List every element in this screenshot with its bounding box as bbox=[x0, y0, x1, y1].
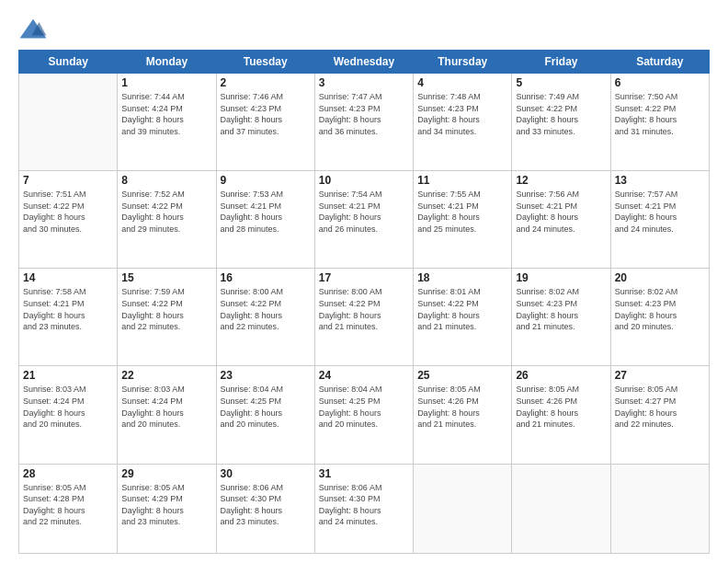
day-number: 1 bbox=[121, 76, 211, 89]
day-number: 22 bbox=[121, 369, 211, 382]
weekday-header-tuesday: Tuesday bbox=[216, 51, 314, 74]
day-number: 11 bbox=[417, 174, 507, 187]
day-info: Sunrise: 7:46 AM Sunset: 4:23 PM Dayligh… bbox=[221, 91, 311, 137]
calendar-cell: 8Sunrise: 7:52 AM Sunset: 4:22 PM Daylig… bbox=[118, 171, 216, 269]
day-info: Sunrise: 8:06 AM Sunset: 4:30 PM Dayligh… bbox=[319, 482, 409, 528]
calendar-cell bbox=[512, 464, 610, 553]
day-info: Sunrise: 8:03 AM Sunset: 4:24 PM Dayligh… bbox=[121, 384, 211, 430]
day-number: 8 bbox=[121, 174, 211, 187]
logo-icon bbox=[18, 17, 48, 42]
calendar-cell: 19Sunrise: 8:02 AM Sunset: 4:23 PM Dayli… bbox=[512, 269, 610, 366]
calendar-cell bbox=[19, 74, 118, 171]
calendar-cell: 9Sunrise: 7:53 AM Sunset: 4:21 PM Daylig… bbox=[216, 171, 314, 269]
weekday-header-wednesday: Wednesday bbox=[314, 51, 413, 74]
header bbox=[18, 17, 710, 42]
day-number: 30 bbox=[221, 467, 311, 480]
calendar-cell: 21Sunrise: 8:03 AM Sunset: 4:24 PM Dayli… bbox=[19, 366, 118, 464]
calendar-cell: 5Sunrise: 7:49 AM Sunset: 4:22 PM Daylig… bbox=[512, 74, 610, 171]
day-number: 10 bbox=[319, 174, 409, 187]
day-info: Sunrise: 8:05 AM Sunset: 4:26 PM Dayligh… bbox=[417, 384, 507, 430]
calendar-cell: 10Sunrise: 7:54 AM Sunset: 4:21 PM Dayli… bbox=[314, 171, 413, 269]
calendar-cell: 13Sunrise: 7:57 AM Sunset: 4:21 PM Dayli… bbox=[610, 171, 709, 269]
day-info: Sunrise: 8:00 AM Sunset: 4:22 PM Dayligh… bbox=[319, 286, 409, 332]
day-number: 3 bbox=[319, 76, 409, 89]
day-info: Sunrise: 8:03 AM Sunset: 4:24 PM Dayligh… bbox=[23, 384, 113, 430]
day-number: 9 bbox=[221, 174, 311, 187]
calendar-cell bbox=[414, 464, 512, 553]
week-row-4: 21Sunrise: 8:03 AM Sunset: 4:24 PM Dayli… bbox=[19, 366, 710, 464]
calendar-cell: 29Sunrise: 8:05 AM Sunset: 4:29 PM Dayli… bbox=[118, 464, 216, 553]
day-info: Sunrise: 7:51 AM Sunset: 4:22 PM Dayligh… bbox=[23, 189, 113, 235]
calendar-cell: 18Sunrise: 8:01 AM Sunset: 4:22 PM Dayli… bbox=[414, 269, 512, 366]
day-number: 19 bbox=[516, 271, 606, 284]
calendar-cell: 25Sunrise: 8:05 AM Sunset: 4:26 PM Dayli… bbox=[414, 366, 512, 464]
calendar-cell: 15Sunrise: 7:59 AM Sunset: 4:22 PM Dayli… bbox=[118, 269, 216, 366]
calendar-cell: 24Sunrise: 8:04 AM Sunset: 4:25 PM Dayli… bbox=[314, 366, 413, 464]
day-number: 12 bbox=[516, 174, 606, 187]
day-number: 26 bbox=[516, 369, 606, 382]
day-info: Sunrise: 8:05 AM Sunset: 4:29 PM Dayligh… bbox=[121, 482, 211, 528]
day-info: Sunrise: 7:57 AM Sunset: 4:21 PM Dayligh… bbox=[615, 189, 705, 235]
day-info: Sunrise: 7:53 AM Sunset: 4:21 PM Dayligh… bbox=[221, 189, 311, 235]
day-info: Sunrise: 7:55 AM Sunset: 4:21 PM Dayligh… bbox=[417, 189, 507, 235]
day-info: Sunrise: 7:50 AM Sunset: 4:22 PM Dayligh… bbox=[615, 91, 705, 137]
weekday-header-thursday: Thursday bbox=[414, 51, 512, 74]
day-number: 16 bbox=[221, 271, 311, 284]
day-info: Sunrise: 7:54 AM Sunset: 4:21 PM Dayligh… bbox=[319, 189, 409, 235]
weekday-header-monday: Monday bbox=[118, 51, 216, 74]
day-number: 6 bbox=[615, 76, 705, 89]
calendar-cell: 4Sunrise: 7:48 AM Sunset: 4:23 PM Daylig… bbox=[414, 74, 512, 171]
day-number: 20 bbox=[615, 271, 705, 284]
calendar-cell: 2Sunrise: 7:46 AM Sunset: 4:23 PM Daylig… bbox=[216, 74, 314, 171]
calendar-cell: 14Sunrise: 7:58 AM Sunset: 4:21 PM Dayli… bbox=[19, 269, 118, 366]
logo bbox=[18, 17, 51, 42]
day-number: 2 bbox=[221, 76, 311, 89]
day-number: 15 bbox=[121, 271, 211, 284]
day-info: Sunrise: 8:02 AM Sunset: 4:23 PM Dayligh… bbox=[615, 286, 705, 332]
calendar-cell: 28Sunrise: 8:05 AM Sunset: 4:28 PM Dayli… bbox=[19, 464, 118, 553]
day-info: Sunrise: 8:02 AM Sunset: 4:23 PM Dayligh… bbox=[516, 286, 606, 332]
calendar-cell: 23Sunrise: 8:04 AM Sunset: 4:25 PM Dayli… bbox=[216, 366, 314, 464]
calendar-cell: 3Sunrise: 7:47 AM Sunset: 4:23 PM Daylig… bbox=[314, 74, 413, 171]
day-info: Sunrise: 8:05 AM Sunset: 4:26 PM Dayligh… bbox=[516, 384, 606, 430]
day-number: 4 bbox=[417, 76, 507, 89]
day-info: Sunrise: 7:56 AM Sunset: 4:21 PM Dayligh… bbox=[516, 189, 606, 235]
day-number: 24 bbox=[319, 369, 409, 382]
day-number: 25 bbox=[417, 369, 507, 382]
calendar-cell: 1Sunrise: 7:44 AM Sunset: 4:24 PM Daylig… bbox=[118, 74, 216, 171]
day-info: Sunrise: 8:00 AM Sunset: 4:22 PM Dayligh… bbox=[221, 286, 311, 332]
week-row-3: 14Sunrise: 7:58 AM Sunset: 4:21 PM Dayli… bbox=[19, 269, 710, 366]
calendar-cell: 17Sunrise: 8:00 AM Sunset: 4:22 PM Dayli… bbox=[314, 269, 413, 366]
day-number: 18 bbox=[417, 271, 507, 284]
calendar-cell: 26Sunrise: 8:05 AM Sunset: 4:26 PM Dayli… bbox=[512, 366, 610, 464]
day-number: 29 bbox=[121, 467, 211, 480]
day-number: 27 bbox=[615, 369, 705, 382]
day-info: Sunrise: 8:06 AM Sunset: 4:30 PM Dayligh… bbox=[221, 482, 311, 528]
calendar-cell: 27Sunrise: 8:05 AM Sunset: 4:27 PM Dayli… bbox=[610, 366, 709, 464]
weekday-header-saturday: Saturday bbox=[610, 51, 709, 74]
calendar-cell: 16Sunrise: 8:00 AM Sunset: 4:22 PM Dayli… bbox=[216, 269, 314, 366]
calendar-cell: 12Sunrise: 7:56 AM Sunset: 4:21 PM Dayli… bbox=[512, 171, 610, 269]
calendar-cell: 22Sunrise: 8:03 AM Sunset: 4:24 PM Dayli… bbox=[118, 366, 216, 464]
week-row-2: 7Sunrise: 7:51 AM Sunset: 4:22 PM Daylig… bbox=[19, 171, 710, 269]
calendar-cell: 30Sunrise: 8:06 AM Sunset: 4:30 PM Dayli… bbox=[216, 464, 314, 553]
day-info: Sunrise: 8:05 AM Sunset: 4:28 PM Dayligh… bbox=[23, 482, 113, 528]
day-number: 31 bbox=[319, 467, 409, 480]
day-info: Sunrise: 7:48 AM Sunset: 4:23 PM Dayligh… bbox=[417, 91, 507, 137]
day-number: 7 bbox=[23, 174, 113, 187]
calendar-cell: 20Sunrise: 8:02 AM Sunset: 4:23 PM Dayli… bbox=[610, 269, 709, 366]
calendar-cell: 31Sunrise: 8:06 AM Sunset: 4:30 PM Dayli… bbox=[314, 464, 413, 553]
day-number: 13 bbox=[615, 174, 705, 187]
calendar-cell: 7Sunrise: 7:51 AM Sunset: 4:22 PM Daylig… bbox=[19, 171, 118, 269]
day-number: 14 bbox=[23, 271, 113, 284]
day-info: Sunrise: 7:47 AM Sunset: 4:23 PM Dayligh… bbox=[319, 91, 409, 137]
calendar-cell: 6Sunrise: 7:50 AM Sunset: 4:22 PM Daylig… bbox=[610, 74, 709, 171]
day-number: 23 bbox=[221, 369, 311, 382]
day-info: Sunrise: 7:52 AM Sunset: 4:22 PM Dayligh… bbox=[121, 189, 211, 235]
day-info: Sunrise: 7:44 AM Sunset: 4:24 PM Dayligh… bbox=[121, 91, 211, 137]
day-number: 21 bbox=[23, 369, 113, 382]
day-info: Sunrise: 8:01 AM Sunset: 4:22 PM Dayligh… bbox=[417, 286, 507, 332]
day-info: Sunrise: 8:05 AM Sunset: 4:27 PM Dayligh… bbox=[615, 384, 705, 430]
calendar-cell bbox=[610, 464, 709, 553]
day-number: 5 bbox=[516, 76, 606, 89]
